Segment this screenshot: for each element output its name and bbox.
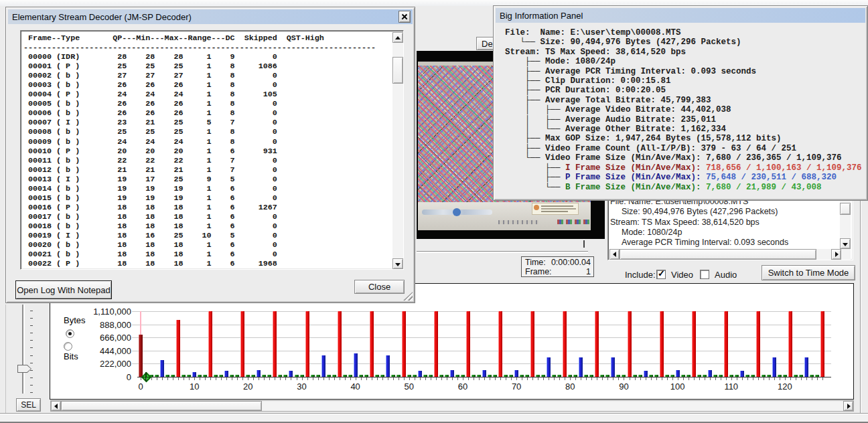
esd-vscroll-thumb[interactable]: [392, 57, 403, 84]
chart-bar-I: [788, 311, 792, 377]
chart-bar-b: [214, 375, 218, 377]
sel-button[interactable]: SEL: [16, 398, 41, 412]
audio-checkbox[interactable]: [700, 270, 709, 279]
seek-slider-track[interactable]: [417, 251, 588, 253]
esd-listbox[interactable]: Frame--Type QP---Min---Max--Range---DC S…: [20, 30, 404, 270]
x-tick: [672, 377, 673, 380]
chart-bar-b: [316, 375, 320, 377]
x-tick: [715, 377, 716, 380]
frame-value: 1: [586, 267, 591, 276]
info-hscrollbar[interactable]: [609, 249, 851, 260]
time-frame-box: Time: 0:00:00.04 Frame: 1: [521, 256, 594, 277]
chart-bar-b: [439, 375, 443, 377]
x-tick: [527, 377, 528, 380]
x-tick: [415, 377, 415, 380]
chart-hscroll-left-button[interactable]: [51, 401, 61, 411]
chart-bar-b: [283, 375, 287, 377]
x-tick: [635, 377, 636, 380]
audio-checkbox-label[interactable]: Audio: [715, 270, 737, 280]
esd-window: Elementary Stream Decoder (JM-SP Decoder…: [5, 7, 415, 303]
x-tick: [393, 377, 394, 380]
chart-bar-b: [423, 375, 427, 377]
chart-bar-I: [756, 311, 760, 377]
resize-grip[interactable]: [403, 292, 413, 301]
x-tick: [178, 377, 179, 380]
esd-vscroll-down-button[interactable]: [392, 258, 403, 269]
esd-vscroll-up-button[interactable]: [392, 32, 403, 43]
slider-tick: [30, 340, 33, 341]
info-hscroll-right-button[interactable]: [831, 249, 841, 260]
chart-bar-I: [305, 311, 309, 377]
status-bar: [0, 413, 868, 423]
chart-bar-b: [713, 375, 717, 377]
chart-bar-b: [745, 375, 749, 377]
include-label: Include:: [625, 270, 656, 280]
x-tick: [441, 377, 442, 380]
x-tick: [516, 377, 517, 380]
chart-bar-b: [198, 375, 202, 377]
mpeg-analyzer-app: { "colors": { "titlebar_left": "#cdd7e4"…: [0, 0, 868, 423]
zoom-slider-thumb[interactable]: [17, 365, 31, 373]
chart-bar-I: [820, 311, 824, 377]
chart-hscrollbar[interactable]: [50, 400, 854, 412]
esd-close-button[interactable]: [399, 11, 411, 23]
x-tick: [447, 377, 447, 380]
x-tick: [372, 377, 372, 380]
slider-tick: [30, 377, 33, 378]
x-tick: [796, 377, 796, 380]
x-tick: [812, 377, 812, 380]
info-hscroll-thumb[interactable]: [620, 249, 816, 260]
x-tick: [259, 377, 259, 380]
slider-tick: [30, 355, 33, 356]
esd-titlebar[interactable]: Elementary Stream Decoder (JM-SP Decoder…: [8, 9, 413, 24]
esd-close-bottom-button[interactable]: Close: [354, 280, 405, 294]
chart-bar-P: [289, 371, 293, 377]
big-info-panel-titlebar[interactable]: Big Information Panel: [496, 8, 865, 23]
chart-bar-I: [595, 311, 599, 377]
chart-bar-b: [520, 375, 524, 377]
x-tick: [490, 377, 490, 380]
esd-title: Elementary Stream Decoder (JM-SP Decoder…: [12, 12, 192, 22]
video-checkbox[interactable]: ✓: [656, 270, 666, 279]
x-tick: [549, 377, 549, 380]
big-info-panel-title: Big Information Panel: [500, 11, 583, 21]
x-tick: [575, 377, 576, 380]
switch-time-mode-button[interactable]: Switch to Time Mode: [762, 265, 855, 280]
zoom-slider-track[interactable]: [22, 305, 25, 394]
info-vscroll-down-button[interactable]: [840, 238, 851, 249]
open-log-button[interactable]: Open Log With Notepad: [15, 280, 112, 299]
chart-bar-b: [525, 375, 529, 377]
chart-bar-P: [708, 370, 712, 377]
time-label: Time:: [525, 258, 546, 267]
x-tick: [318, 377, 319, 380]
x-tick: [586, 377, 587, 380]
chart-hscroll-thumb[interactable]: [61, 401, 262, 411]
chart-bar-b: [187, 375, 191, 377]
chart-bar-IDR: [139, 335, 143, 377]
chart-hscroll-right-button[interactable]: [843, 401, 853, 411]
x-tick: [694, 377, 695, 380]
x-tick: [484, 377, 485, 380]
x-tick-label: 120: [772, 382, 798, 392]
x-tick: [785, 377, 786, 380]
info-hscroll-left-button[interactable]: [609, 249, 620, 260]
y-tick-label: 222,000: [50, 359, 131, 369]
video-checkbox-label[interactable]: Video: [671, 270, 693, 280]
x-tick: [624, 377, 624, 380]
x-tick: [597, 377, 597, 380]
x-tick: [302, 377, 303, 380]
seek-slider-thumb[interactable]: [583, 240, 585, 248]
x-tick: [334, 377, 335, 380]
esd-vscrollbar[interactable]: [392, 32, 403, 269]
x-tick: [194, 377, 195, 380]
note-text-line: [541, 205, 573, 207]
chart-bar-b: [455, 375, 459, 377]
chart-bar-b: [380, 375, 384, 377]
x-tick: [420, 377, 421, 380]
x-tick-label: 40: [342, 382, 369, 392]
x-tick: [822, 377, 823, 380]
info-vscroll-thumb[interactable]: [840, 203, 851, 215]
slider-tick: [30, 333, 33, 333]
chart-bar-P: [224, 371, 228, 377]
slider-tick: [30, 370, 33, 371]
